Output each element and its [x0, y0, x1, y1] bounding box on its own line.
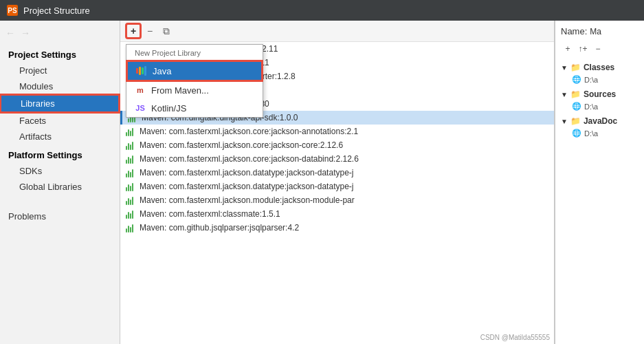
forward-arrow[interactable]: →	[21, 28, 30, 39]
dropdown-item-kotlin-js[interactable]: JS Kotlin/JS	[126, 99, 263, 117]
sidebar-item-artifacts[interactable]: Artifacts	[0, 129, 120, 144]
classes-label: Classes	[584, 63, 614, 72]
maven-bars-icon	[126, 209, 135, 219]
dropdown-from-maven-label: From Maven...	[151, 85, 209, 96]
list-item[interactable]: Maven: com.github.jsqlparser:jsqlparser:…	[120, 221, 554, 235]
sources-folder-icon: 📁	[570, 89, 581, 99]
name-value: Ma	[590, 27, 601, 36]
list-item[interactable]: Maven: com.fasterxml:classmate:1.5.1	[120, 207, 554, 221]
classes-section: ▼ 📁 Classes 🌐 D:\a	[561, 61, 639, 85]
plus-icon: +	[131, 25, 136, 36]
copy-icon: ⧉	[163, 25, 170, 37]
sidebar-item-problems[interactable]: Problems	[0, 208, 120, 224]
dropdown-item-from-maven[interactable]: m From Maven...	[126, 81, 263, 99]
name-label: Name:	[561, 26, 587, 36]
center-panel: + New Project Library Java	[120, 21, 555, 344]
globe-icon3: 🌐	[572, 129, 581, 138]
platform-settings-header: Platform Settings	[0, 147, 120, 163]
list-item[interactable]: Maven: com.fasterxml.jackson.datatype:ja…	[120, 180, 554, 193]
sidebar-item-libraries[interactable]: Libraries	[0, 94, 120, 113]
add-library-button[interactable]: +	[126, 23, 141, 39]
library-name: Maven: com.fasterxml:classmate:1.5.1	[140, 209, 280, 219]
sidebar-item-modules[interactable]: Modules	[0, 78, 120, 94]
classes-item: 🌐 D:\a	[561, 74, 639, 85]
sources-label: Sources	[584, 89, 616, 99]
javadoc-item: 🌐 D:\a	[561, 127, 639, 139]
app-icon: PS	[7, 5, 18, 16]
library-name: Maven: com.fasterxml.jackson.core:jackso…	[140, 140, 343, 150]
maven-bars-icon	[126, 140, 135, 150]
right-panel: Name: Ma + ↑+ − ▼ 📁 Classes 🌐 D:\a ▼ 📁	[555, 21, 644, 344]
javadoc-path: D:\a	[584, 129, 598, 138]
sidebar-item-sdks[interactable]: SDKs	[0, 163, 120, 179]
sidebar-item-project[interactable]: Project	[0, 63, 120, 78]
copy-library-button[interactable]: ⧉	[159, 23, 174, 39]
java-icon	[136, 65, 147, 76]
javadoc-folder-icon: 📁	[570, 116, 581, 126]
chevron-down-icon3: ▼	[561, 118, 568, 125]
maven-bars-icon	[126, 195, 135, 205]
minus-icon: −	[147, 25, 153, 36]
dropdown-item-java[interactable]: Java	[126, 61, 263, 81]
classes-folder-icon: 📁	[570, 63, 581, 72]
list-item[interactable]: Maven: com.fasterxml.jackson.module:jack…	[120, 193, 554, 207]
maven-bars-icon	[126, 168, 135, 178]
library-name: Maven: com.fasterxml.jackson.datatype:ja…	[140, 182, 353, 191]
chevron-down-icon: ▼	[561, 64, 568, 72]
maven-bars-icon	[126, 223, 135, 233]
sources-section: ▼ 📁 Sources 🌐 D:\a	[561, 88, 639, 112]
library-name: Maven: com.github.jsqlparser:jsqlparser:…	[140, 223, 299, 233]
sidebar-item-facets[interactable]: Facets	[0, 113, 120, 129]
watermark: CSDN @Matilda55555	[480, 334, 550, 341]
list-item[interactable]: Maven: com.fasterxml.jackson.core:jackso…	[120, 152, 554, 166]
classes-section-header[interactable]: ▼ 📁 Classes	[561, 61, 639, 74]
dropdown-header-label: New Project Library	[126, 45, 263, 61]
dropdown-java-label: Java	[153, 66, 171, 76]
right-remove-button[interactable]: −	[591, 42, 605, 56]
dropdown-kotlin-js-label: Kotlin/JS	[151, 103, 186, 114]
title-bar: PS Project Structure	[0, 0, 644, 21]
sources-section-header[interactable]: ▼ 📁 Sources	[561, 88, 639, 100]
maven-bars-icon	[126, 154, 135, 164]
sidebar-item-global-libraries[interactable]: Global Libraries	[0, 179, 120, 195]
javadoc-section: ▼ 📁 JavaDoc 🌐 D:\a	[561, 115, 639, 139]
sidebar: ← → Project Settings Project Modules Lib…	[0, 21, 120, 344]
library-name: Maven: com.fasterxml.jackson.core:jackso…	[140, 154, 359, 164]
maven-bars-icon	[126, 127, 135, 136]
title-bar-text: Project Structure	[23, 6, 90, 16]
globe-icon2: 🌐	[572, 102, 581, 111]
remove-library-button[interactable]: −	[142, 23, 157, 39]
classes-path: D:\a	[584, 76, 598, 84]
maven-icon: m	[135, 85, 146, 96]
list-item[interactable]: Maven: com.fasterxml.jackson.core:jackso…	[120, 125, 554, 138]
library-name: Maven: com.fasterxml.jackson.core:jackso…	[140, 127, 358, 136]
library-name: Maven: com.fasterxml.jackson.module:jack…	[140, 195, 355, 205]
right-add-alt-button[interactable]: ↑+	[576, 42, 590, 56]
javadoc-label: JavaDoc	[584, 116, 617, 126]
javadoc-section-header[interactable]: ▼ 📁 JavaDoc	[561, 115, 639, 127]
chevron-down-icon2: ▼	[561, 91, 568, 98]
sources-item: 🌐 D:\a	[561, 100, 639, 112]
right-add-button[interactable]: +	[561, 42, 575, 56]
back-arrow[interactable]: ←	[5, 28, 15, 39]
library-name: Maven: com.fasterxml.jackson.datatype:ja…	[140, 168, 353, 178]
list-item[interactable]: Maven: com.fasterxml.jackson.core:jackso…	[120, 138, 554, 152]
globe-icon: 🌐	[572, 75, 581, 84]
list-item[interactable]: Maven: com.fasterxml.jackson.datatype:ja…	[120, 166, 554, 180]
new-library-dropdown: New Project Library Java m From Maven...	[126, 44, 263, 118]
kotlin-icon: JS	[135, 103, 146, 114]
maven-bars-icon	[126, 182, 135, 191]
project-settings-header: Project Settings	[0, 47, 120, 63]
sources-path: D:\a	[584, 103, 598, 111]
